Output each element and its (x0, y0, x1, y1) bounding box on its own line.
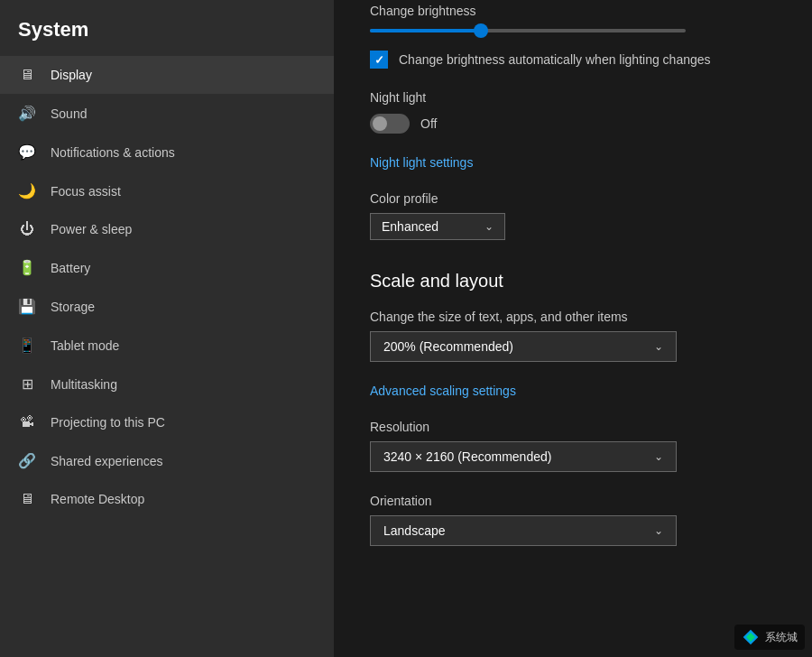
color-profile-arrow: ⌄ (484, 220, 494, 233)
battery-icon: 🔋 (18, 259, 36, 276)
resolution-section: Resolution 3240 × 2160 (Recommended) ⌄ (370, 420, 776, 472)
sidebar-item-label: Focus assist (51, 184, 121, 199)
auto-brightness-label: Change brightness automatically when lig… (399, 52, 711, 67)
color-profile-dropdown[interactable]: Enhanced ⌄ (370, 213, 505, 240)
sidebar-item-battery[interactable]: 🔋 Battery (0, 248, 334, 287)
notifications-icon: 💬 (18, 143, 36, 161)
resolution-dropdown[interactable]: 3240 × 2160 (Recommended) ⌄ (370, 441, 677, 472)
sidebar-item-sound[interactable]: 🔊 Sound (0, 94, 334, 133)
sidebar-item-label: Projecting to this PC (51, 415, 165, 430)
night-light-settings-link[interactable]: Night light settings (370, 155, 473, 170)
sidebar: System 🖥 Display 🔊 Sound 💬 Notifications… (0, 0, 334, 657)
projecting-icon: 📽 (18, 414, 36, 430)
orientation-dropdown[interactable]: Landscape ⌄ (370, 515, 677, 546)
power-icon: ⏻ (18, 221, 36, 237)
watermark-logo (742, 628, 760, 646)
auto-brightness-checkbox[interactable] (370, 51, 388, 69)
sidebar-item-shared[interactable]: 🔗 Shared experiences (0, 441, 334, 480)
sidebar-item-label: Display (51, 68, 92, 82)
sidebar-item-notifications[interactable]: 💬 Notifications & actions (0, 133, 334, 171)
sidebar-item-projecting[interactable]: 📽 Projecting to this PC (0, 403, 334, 441)
sidebar-item-power[interactable]: ⏻ Power & sleep (0, 210, 334, 248)
sidebar-item-label: Tablet mode (51, 338, 119, 353)
sidebar-item-label: Remote Desktop (51, 492, 144, 506)
size-arrow: ⌄ (654, 340, 663, 353)
orientation-section: Orientation Landscape ⌄ (370, 494, 776, 546)
sidebar-item-label: Multitasking (51, 377, 117, 392)
sidebar-item-storage[interactable]: 💾 Storage (0, 287, 334, 326)
night-light-section: Night light Off (370, 90, 776, 134)
brightness-slider[interactable] (370, 29, 686, 32)
advanced-scaling-link[interactable]: Advanced scaling settings (370, 384, 516, 398)
sidebar-title: System (0, 9, 334, 56)
sound-icon: 🔊 (18, 105, 36, 122)
storage-icon: 💾 (18, 298, 36, 315)
sidebar-item-remote[interactable]: 🖥 Remote Desktop (0, 480, 334, 518)
main-content: Change brightness Change brightness auto… (334, 0, 812, 657)
watermark-text: 系统城 (765, 630, 798, 645)
sidebar-item-focus[interactable]: 🌙 Focus assist (0, 171, 334, 210)
night-light-state: Off (420, 116, 437, 131)
orientation-label: Orientation (370, 494, 776, 508)
sidebar-item-tablet[interactable]: 📱 Tablet mode (0, 326, 334, 365)
sidebar-item-label: Shared experiences (51, 454, 163, 468)
multitasking-icon: ⊞ (18, 375, 36, 393)
toggle-knob (373, 116, 387, 131)
brightness-label: Change brightness (370, 4, 776, 18)
sidebar-item-display[interactable]: 🖥 Display (0, 56, 334, 94)
scale-layout-heading: Scale and layout (370, 267, 776, 291)
size-label: Change the size of text, apps, and other… (370, 310, 776, 324)
resolution-value: 3240 × 2160 (Recommended) (383, 449, 551, 464)
sidebar-item-label: Sound (51, 106, 87, 121)
remote-icon: 🖥 (18, 491, 36, 507)
orientation-value: Landscape (383, 523, 446, 538)
color-profile-value: Enhanced (382, 219, 438, 234)
color-profile-section: Color profile Enhanced ⌄ (370, 191, 776, 240)
tablet-icon: 📱 (18, 337, 36, 354)
watermark: 系统城 (734, 625, 805, 650)
display-icon: 🖥 (18, 67, 36, 83)
sidebar-item-label: Battery (51, 261, 90, 275)
sidebar-item-label: Power & sleep (51, 222, 132, 236)
color-profile-label: Color profile (370, 191, 776, 206)
resolution-arrow: ⌄ (654, 450, 663, 463)
size-value: 200% (Recommended) (383, 339, 513, 354)
focus-icon: 🌙 (18, 182, 36, 199)
sidebar-item-multitasking[interactable]: ⊞ Multitasking (0, 365, 334, 403)
size-section: Change the size of text, apps, and other… (370, 310, 776, 362)
night-light-label: Night light (370, 90, 776, 105)
orientation-arrow: ⌄ (654, 524, 663, 537)
resolution-label: Resolution (370, 420, 776, 434)
brightness-section: Change brightness (370, 4, 776, 32)
shared-icon: 🔗 (18, 452, 36, 469)
night-light-toggle-row: Off (370, 114, 776, 134)
slider-fill (370, 29, 481, 32)
auto-brightness-row: Change brightness automatically when lig… (370, 51, 776, 69)
sidebar-item-label: Notifications & actions (51, 145, 175, 160)
size-dropdown[interactable]: 200% (Recommended) ⌄ (370, 331, 677, 362)
sidebar-item-label: Storage (51, 300, 95, 314)
slider-thumb[interactable] (474, 23, 488, 38)
night-light-toggle[interactable] (370, 114, 410, 134)
